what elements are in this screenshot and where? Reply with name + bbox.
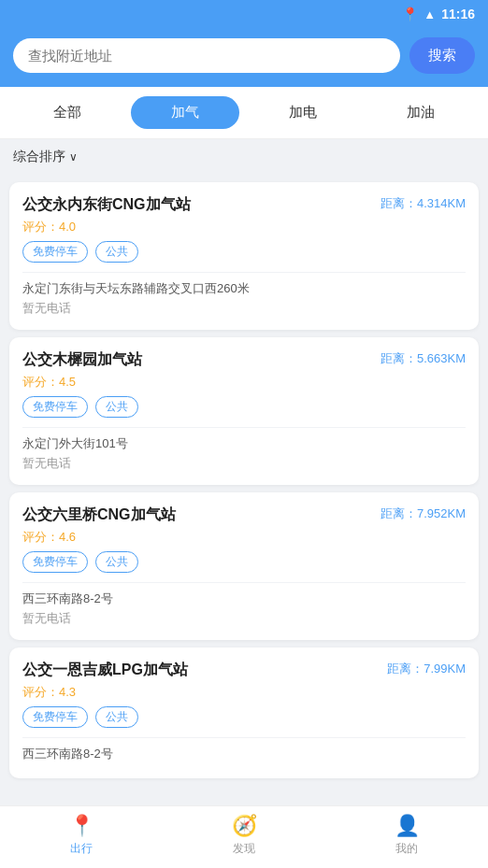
- station-distance: 距离：7.99KM: [387, 661, 466, 677]
- sort-row[interactable]: 综合排序 ∨: [0, 139, 488, 175]
- station-card[interactable]: 公交一恩吉威LPG加气站 距离：7.99KM 评分：4.3 免费停车 公共 西三…: [9, 647, 479, 778]
- station-tags: 免费停车 公共: [22, 706, 466, 728]
- tag-free-parking: 免费停车: [22, 241, 88, 263]
- tag-public: 公共: [95, 241, 138, 263]
- station-name: 公交永内东街CNG加气站: [22, 195, 373, 215]
- search-bar: 搜索: [13, 37, 475, 74]
- card-divider: [22, 582, 466, 583]
- station-tags: 免费停车 公共: [22, 396, 466, 418]
- station-list: 公交永内东街CNG加气站 距离：4.314KM 评分：4.0 免费停车 公共 永…: [0, 182, 488, 853]
- station-tags: 免费停车 公共: [22, 551, 466, 573]
- sort-arrow-icon: ∨: [69, 150, 78, 164]
- tab-oil[interactable]: 加油: [366, 96, 475, 129]
- station-rating: 评分：4.0: [22, 219, 466, 235]
- status-bar: 📍 ▲ 11:16: [0, 0, 488, 28]
- tag-public: 公共: [95, 706, 138, 728]
- station-rating: 评分：4.6: [22, 529, 466, 546]
- bottom-nav: 📍 出行 🧭 发现 👤 我的: [0, 805, 488, 868]
- discover-icon: 🧭: [232, 814, 257, 838]
- nav-item-profile[interactable]: 👤 我的: [395, 814, 420, 857]
- station-address: 永定门东街与天坛东路辅路交叉口西260米: [22, 280, 466, 297]
- profile-icon: 👤: [395, 814, 420, 838]
- station-address: 永定门外大街101号: [22, 435, 466, 452]
- travel-icon: 📍: [69, 814, 94, 838]
- nav-label-travel: 出行: [70, 841, 93, 857]
- station-address: 西三环南路8-2号: [22, 746, 466, 762]
- search-button[interactable]: 搜索: [409, 37, 475, 74]
- sort-label: 综合排序: [13, 149, 65, 165]
- search-input[interactable]: [28, 48, 385, 64]
- tag-public: 公共: [95, 551, 138, 573]
- card-divider: [22, 427, 466, 428]
- tab-electric[interactable]: 加电: [249, 96, 357, 129]
- station-phone: 暂无电话: [22, 610, 466, 627]
- card-divider: [22, 737, 466, 738]
- status-time: 11:16: [441, 7, 475, 21]
- station-address: 西三环南路8-2号: [22, 591, 466, 607]
- station-rating: 评分：4.5: [22, 374, 466, 391]
- header: 搜索: [0, 28, 488, 87]
- station-distance: 距离：5.663KM: [380, 350, 466, 367]
- nav-item-travel[interactable]: 📍 出行: [69, 814, 94, 857]
- tag-free-parking: 免费停车: [22, 396, 88, 418]
- station-rating: 评分：4.3: [22, 684, 466, 701]
- station-name: 公交木樨园加气站: [22, 350, 373, 370]
- tab-gas[interactable]: 加气: [131, 96, 239, 129]
- station-name: 公交一恩吉威LPG加气站: [22, 661, 380, 680]
- station-distance: 距离：4.314KM: [380, 195, 466, 212]
- tag-free-parking: 免费停车: [22, 551, 88, 573]
- filter-tabs: 全部 加气 加电 加油: [0, 87, 488, 139]
- station-card[interactable]: 公交六里桥CNG加气站 距离：7.952KM 评分：4.6 免费停车 公共 西三…: [9, 492, 479, 640]
- card-divider: [22, 272, 466, 273]
- search-input-wrap[interactable]: [13, 38, 400, 73]
- station-phone: 暂无电话: [22, 455, 466, 472]
- station-phone: 暂无电话: [22, 300, 466, 317]
- nav-label-profile: 我的: [395, 841, 418, 857]
- tab-all[interactable]: 全部: [13, 96, 122, 129]
- wifi-icon: ▲: [423, 7, 436, 21]
- station-card[interactable]: 公交木樨园加气站 距离：5.663KM 评分：4.5 免费停车 公共 永定门外大…: [9, 337, 479, 485]
- station-card[interactable]: 公交永内东街CNG加气站 距离：4.314KM 评分：4.0 免费停车 公共 永…: [9, 182, 479, 330]
- nav-item-discover[interactable]: 🧭 发现: [232, 814, 257, 857]
- tag-free-parking: 免费停车: [22, 706, 88, 728]
- station-name: 公交六里桥CNG加气站: [22, 505, 373, 525]
- nav-label-discover: 发现: [233, 841, 255, 857]
- tag-public: 公共: [95, 396, 138, 418]
- location-icon: 📍: [402, 7, 418, 21]
- station-tags: 免费停车 公共: [22, 241, 466, 263]
- station-distance: 距离：7.952KM: [380, 505, 466, 522]
